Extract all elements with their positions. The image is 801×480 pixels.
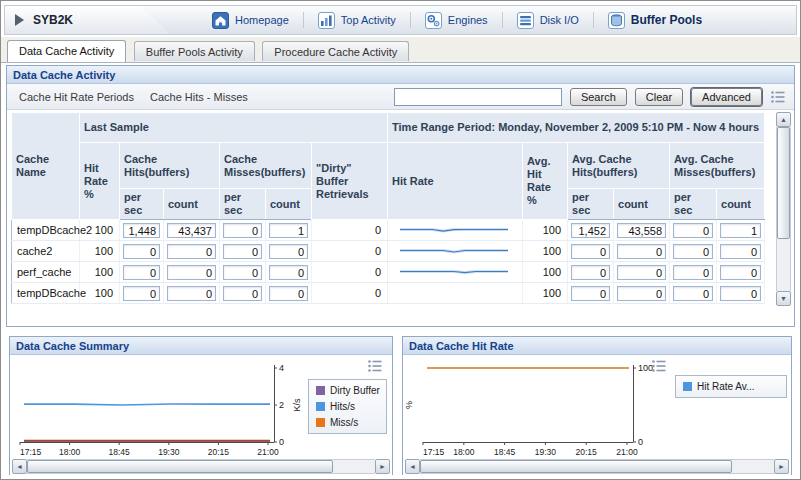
avg-hit-rate-value: 100 — [523, 241, 568, 262]
chart-legend: Dirty BufferHits/sMiss/s — [308, 379, 387, 434]
col-dirty-buffer-retrievals[interactable]: "Dirty" Buffer Retrievals — [312, 143, 388, 220]
scrollbar-thumb[interactable] — [420, 460, 732, 473]
avg-misses-per-sec-value: 0 — [673, 265, 713, 280]
scroll-left-button[interactable]: ◄ — [405, 459, 420, 474]
dirty-buffer-value: 0 — [312, 283, 388, 304]
avg-misses-per-sec-value: 0 — [673, 244, 713, 259]
disk-icon — [517, 12, 534, 29]
tab-buffer-pools-activity[interactable]: Buffer Pools Activity — [134, 41, 255, 61]
svg-text:20:15: 20:15 — [576, 447, 598, 457]
legend-item: Dirty Buffer — [316, 385, 379, 396]
misses-per-sec-value: 0 — [223, 223, 262, 238]
dirty-buffer-value: 0 — [312, 241, 388, 262]
app-title: SYB2K — [33, 13, 73, 27]
svg-text:20:15: 20:15 — [208, 447, 230, 457]
nav-homepage[interactable]: Homepage — [198, 12, 303, 29]
col-cache-hits[interactable]: Cache Hits(buffers) — [120, 143, 220, 189]
hits-count-value: 0 — [167, 265, 216, 280]
misses-per-sec-value: 0 — [223, 244, 262, 259]
col-cache-name[interactable]: Cache Name — [12, 113, 80, 220]
hits-per-sec-value: 0 — [123, 286, 160, 301]
table-row-perf-cache[interactable]: perf_cache 100 0 0 0 0 0 100 0 0 0 0 — [12, 262, 765, 283]
tab-data-cache-activity[interactable]: Data Cache Activity — [7, 40, 126, 62]
svg-text:2: 2 — [279, 400, 284, 410]
cache-name: tempDBcache — [12, 283, 80, 304]
scrollbar-track[interactable] — [27, 459, 375, 474]
legend-swatch — [683, 382, 692, 391]
chart-options-icon[interactable] — [367, 359, 383, 373]
chart-options-icon[interactable] — [651, 359, 667, 373]
search-input[interactable] — [394, 88, 562, 106]
nav-engines[interactable]: Engines — [411, 12, 502, 29]
misses-per-sec-value: 0 — [223, 265, 262, 280]
table-options-icon[interactable] — [770, 90, 786, 104]
sub-col-count[interactable]: count — [717, 189, 765, 220]
menu-cache-hits-misses[interactable]: Cache Hits - Misses — [146, 89, 252, 105]
legend-label: Miss/s — [330, 417, 358, 428]
avg-misses-per-sec-value: 0 — [673, 286, 713, 301]
time-range-scrollbar[interactable]: ◄ ► — [405, 459, 789, 474]
advanced-button[interactable]: Advanced — [691, 88, 762, 106]
svg-text:18:45: 18:45 — [494, 447, 516, 457]
avg-hit-rate-value: 100 — [523, 220, 568, 241]
scrollbar-thumb[interactable] — [777, 127, 790, 239]
scrollbar-thumb[interactable] — [27, 460, 333, 473]
col-avg-cache-misses[interactable]: Avg. Cache Misses(buffers) — [670, 143, 765, 189]
search-button[interactable]: Search — [570, 88, 627, 106]
table-row-cache2[interactable]: cache2 100 0 0 0 0 0 100 0 0 0 0 — [12, 241, 765, 262]
top-nav: Homepage Top Activity Engines — [198, 6, 716, 34]
hits-per-sec-value: 0 — [123, 244, 160, 259]
scroll-left-button[interactable]: ◄ — [12, 459, 27, 474]
nav-label: Top Activity — [341, 14, 396, 26]
avg-hit-rate-value: 100 — [523, 262, 568, 283]
col-hit-rate[interactable]: Hit Rate — [388, 143, 523, 220]
table-row-tempdbcache2[interactable]: tempDBcache2 100 1,448 43,437 0 1 0 100 … — [12, 220, 765, 241]
clear-button[interactable]: Clear — [635, 88, 683, 106]
hit-rate-sparkline — [398, 264, 512, 280]
tab-procedure-cache-activity[interactable]: Procedure Cache Activity — [262, 41, 409, 61]
scroll-up-button[interactable]: ▲ — [776, 112, 791, 127]
expander-arrow-icon[interactable] — [15, 14, 24, 26]
col-avg-hit-rate-pct[interactable]: Avg. Hit Rate % — [523, 143, 568, 220]
col-hit-rate-pct[interactable]: Hit Rate % — [80, 143, 120, 220]
sub-col-per-sec[interactable]: per sec — [568, 189, 614, 220]
menu-cache-hit-rate-periods[interactable]: Cache Hit Rate Periods — [15, 89, 138, 105]
database-icon — [608, 12, 625, 29]
table-row-tempdbcache[interactable]: tempDBcache 100 0 0 0 0 0 100 0 0 0 0 — [12, 283, 765, 304]
sub-col-count[interactable]: count — [614, 189, 670, 220]
avg-hits-per-sec-value: 1,452 — [571, 223, 610, 238]
avg-hits-count-value: 0 — [617, 244, 666, 259]
scroll-down-button[interactable]: ▼ — [776, 291, 791, 306]
sub-col-per-sec[interactable]: per sec — [220, 189, 266, 220]
nav-label: Disk I/O — [540, 14, 579, 26]
cache-name: cache2 — [12, 241, 80, 262]
misses-count-value: 0 — [269, 265, 308, 280]
scroll-right-button[interactable]: ► — [375, 459, 390, 474]
scrollbar-track[interactable] — [776, 127, 791, 291]
avg-misses-count-value: 0 — [720, 244, 761, 259]
bottom-panels: Data Cache Summary 024K/s17:1518:0018:45… — [9, 336, 792, 475]
sub-col-count[interactable]: count — [266, 189, 312, 220]
avg-hit-rate-value: 100 — [523, 283, 568, 304]
scroll-right-button[interactable]: ► — [774, 459, 789, 474]
svg-text:19:30: 19:30 — [158, 447, 180, 457]
scrollbar-track[interactable] — [420, 459, 774, 474]
table-vertical-scrollbar[interactable]: ▲ ▼ — [776, 112, 791, 306]
svg-text:18:45: 18:45 — [109, 447, 131, 457]
time-range-scrollbar[interactable]: ◄ ► — [12, 459, 390, 474]
summary-chart: 024K/s17:1518:0018:4519:3020:1521:00 — [12, 361, 308, 459]
avg-hits-per-sec-value: 0 — [571, 265, 610, 280]
col-avg-cache-hits[interactable]: Avg. Cache Hits(buffers) — [568, 143, 670, 189]
nav-top-activity[interactable]: Top Activity — [304, 12, 410, 29]
misses-count-value: 1 — [269, 223, 308, 238]
sub-col-per-sec[interactable]: per sec — [670, 189, 717, 220]
nav-disk-io[interactable]: Disk I/O — [503, 12, 593, 29]
panel-title: Data Cache Summary — [16, 340, 129, 352]
sub-col-per-sec[interactable]: per sec — [120, 189, 164, 220]
nav-buffer-pools[interactable]: Buffer Pools — [594, 12, 716, 29]
hits-per-sec-value: 0 — [123, 265, 160, 280]
sub-col-count[interactable]: count — [164, 189, 220, 220]
app-title-area: SYB2K — [5, 6, 170, 34]
col-cache-misses[interactable]: Cache Misses(buffers) — [220, 143, 312, 189]
data-cache-hit-rate-panel: Data Cache Hit Rate 0100%17:1518:0018:45… — [402, 336, 792, 475]
